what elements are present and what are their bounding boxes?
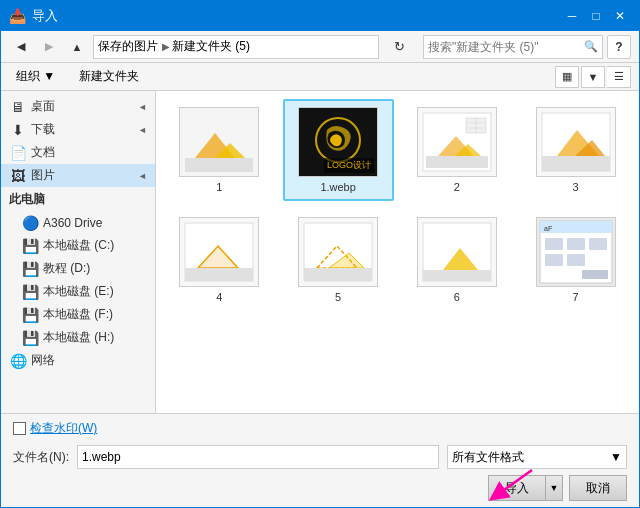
- up-button[interactable]: ▲: [65, 35, 89, 59]
- file-item-3[interactable]: 3: [520, 99, 631, 201]
- sidebar-c-drive-label: 本地磁盘 (C:): [43, 237, 147, 254]
- breadcrumb-sep1: ▶: [162, 41, 170, 52]
- sidebar-desktop-arrow: ◄: [138, 102, 147, 112]
- thumb-svg-4: [180, 218, 258, 286]
- address-bar[interactable]: 保存的图片 ▶ 新建文件夹 (5): [93, 35, 379, 59]
- sidebar-h-drive-label: 本地磁盘 (H:): [43, 329, 147, 346]
- file-item-5[interactable]: 5: [283, 209, 394, 311]
- sidebar-item-d-drive[interactable]: 💾 教程 (D:): [1, 257, 155, 280]
- organize-button[interactable]: 组织 ▼: [9, 65, 62, 88]
- thumb-svg-5: [299, 218, 377, 286]
- file-thumb-3: [536, 107, 616, 177]
- pictures-icon: 🖼: [9, 168, 27, 184]
- sidebar-item-a360[interactable]: 🔵 A360 Drive: [1, 212, 155, 234]
- filetype-label: 所有文件格式: [452, 449, 524, 466]
- sidebar-computer-section[interactable]: 此电脑: [1, 187, 155, 212]
- second-toolbar: 组织 ▼ 新建文件夹 ▦ ▼ ☰: [1, 63, 639, 91]
- sidebar-documents-label: 文档: [31, 144, 147, 161]
- filename-input[interactable]: [77, 445, 439, 469]
- filename-label: 文件名(N):: [13, 449, 69, 466]
- breadcrumb-saved-pics[interactable]: 保存的图片 ▶: [98, 38, 172, 55]
- sidebar-item-desktop[interactable]: 🖥 桌面 ◄: [1, 95, 155, 118]
- svg-rect-43: [567, 254, 585, 266]
- file-item-2[interactable]: 2: [402, 99, 513, 201]
- sidebar-a360-label: A360 Drive: [43, 216, 147, 230]
- file-area: 1 LOGO设计 1.w: [156, 91, 639, 413]
- file-thumb-5: [298, 217, 378, 287]
- sidebar-item-documents[interactable]: 📄 文档: [1, 141, 155, 164]
- forward-button[interactable]: ▶: [37, 35, 61, 59]
- file-name-7: 7: [573, 291, 579, 303]
- close-button[interactable]: ✕: [609, 5, 631, 27]
- file-name-3: 3: [573, 181, 579, 193]
- sidebar-item-c-drive[interactable]: 💾 本地磁盘 (C:): [1, 234, 155, 257]
- breadcrumb-new-folder-label: 新建文件夹 (5): [172, 38, 250, 55]
- sidebar-desktop-label: 桌面: [31, 98, 134, 115]
- a360-icon: 🔵: [21, 215, 39, 231]
- file-item-6[interactable]: 6: [402, 209, 513, 311]
- thumb-svg-6: [418, 218, 496, 286]
- thumb-svg-2: [418, 108, 496, 176]
- svg-rect-34: [423, 270, 491, 281]
- svg-rect-44: [582, 270, 608, 279]
- file-name-1: 1: [216, 181, 222, 193]
- breadcrumb-saved-pics-label: 保存的图片: [98, 38, 158, 55]
- sidebar-network-label: 网络: [31, 352, 147, 369]
- import-dropdown-button[interactable]: ▼: [545, 475, 563, 501]
- cancel-button[interactable]: 取消: [569, 475, 627, 501]
- sidebar: 🖥 桌面 ◄ ⬇ 下载 ◄ 📄 文档 🖼 图片 ◄ 此电脑: [1, 91, 156, 413]
- title-text: 导入: [32, 7, 561, 25]
- svg-rect-20: [542, 156, 610, 171]
- sidebar-downloads-label: 下载: [31, 121, 134, 138]
- nav-toolbar: ◀ ▶ ▲ 保存的图片 ▶ 新建文件夹 (5) ↻ 🔍 ?: [1, 31, 639, 63]
- view-detail-button[interactable]: ☰: [607, 66, 631, 88]
- file-thumb-4: [179, 217, 259, 287]
- breadcrumb-new-folder[interactable]: 新建文件夹 (5): [172, 38, 250, 55]
- sidebar-item-e-drive[interactable]: 💾 本地磁盘 (E:): [1, 280, 155, 303]
- d-drive-icon: 💾: [21, 261, 39, 277]
- c-drive-icon: 💾: [21, 238, 39, 254]
- file-thumb-2: [417, 107, 497, 177]
- search-box[interactable]: 🔍: [423, 35, 603, 59]
- pink-arrow-bottom: [477, 465, 537, 505]
- sidebar-e-drive-label: 本地磁盘 (E:): [43, 283, 147, 300]
- svg-rect-3: [185, 158, 253, 172]
- bottom-panel: 检查水印(W) 文件名(N): 所有文件格式 ▼: [1, 413, 639, 507]
- logo-label: LOGO设计: [324, 158, 374, 173]
- view-dropdown-button[interactable]: ▼: [581, 66, 605, 88]
- e-drive-icon: 💾: [21, 284, 39, 300]
- file-item-4[interactable]: 4: [164, 209, 275, 311]
- file-name-2: 2: [454, 181, 460, 193]
- file-thumb-1: [179, 107, 259, 177]
- svg-rect-11: [426, 156, 488, 168]
- help-button[interactable]: ?: [607, 35, 631, 59]
- svg-text:aF: aF: [544, 225, 552, 232]
- file-item-1[interactable]: 1: [164, 99, 275, 201]
- sidebar-item-pictures[interactable]: 🖼 图片 ◄: [1, 164, 155, 187]
- sidebar-item-downloads[interactable]: ⬇ 下载 ◄: [1, 118, 155, 141]
- svg-rect-42: [545, 254, 563, 266]
- back-button[interactable]: ◀: [9, 35, 33, 59]
- watermark-checkbox[interactable]: [13, 422, 26, 435]
- minimize-button[interactable]: ─: [561, 5, 583, 27]
- cancel-label: 取消: [586, 481, 610, 495]
- search-input[interactable]: [428, 40, 584, 54]
- view-controls: ▦ ▼ ☰: [555, 66, 631, 88]
- new-folder-button[interactable]: 新建文件夹: [70, 65, 148, 88]
- file-item-7[interactable]: aF 7: [520, 209, 631, 311]
- maximize-button[interactable]: □: [585, 5, 607, 27]
- downloads-icon: ⬇: [9, 122, 27, 138]
- sidebar-item-network[interactable]: 🌐 网络: [1, 349, 155, 372]
- sidebar-item-h-drive[interactable]: 💾 本地磁盘 (H:): [1, 326, 155, 349]
- import-group: 导入 ▼ 取消: [488, 475, 627, 501]
- network-icon: 🌐: [9, 353, 27, 369]
- thumb-svg-3: [537, 108, 615, 176]
- filetype-select[interactable]: 所有文件格式 ▼: [447, 445, 627, 469]
- title-controls: ─ □ ✕: [561, 5, 631, 27]
- h-drive-icon: 💾: [21, 330, 39, 346]
- sidebar-item-f-drive[interactable]: 💾 本地磁盘 (F:): [1, 303, 155, 326]
- view-list-button[interactable]: ▦: [555, 66, 579, 88]
- file-item-1webp[interactable]: LOGO设计 1.webp: [283, 99, 394, 201]
- svg-line-45: [497, 470, 532, 495]
- refresh-button[interactable]: ↻: [387, 35, 411, 59]
